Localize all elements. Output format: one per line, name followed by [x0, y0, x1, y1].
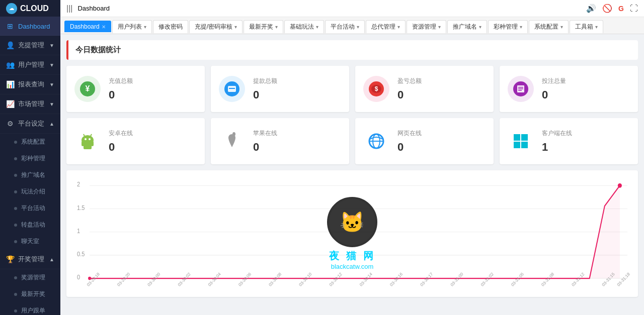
logo-text: CLOUD: [20, 4, 49, 13]
sidebar-item-label: 充提管理: [18, 41, 44, 50]
svg-text:03-30:06: 03-30:06: [237, 271, 252, 287]
section-title: 今日数据统计: [66, 40, 638, 60]
svg-rect-12: [518, 90, 522, 91]
svg-text:03-30:04: 03-30:04: [207, 271, 222, 287]
svg-text:0.5: 0.5: [77, 251, 85, 258]
stat-info-withdraw: 提款总额 0: [253, 77, 341, 101]
chevron-up-icon: ▲: [49, 121, 54, 127]
sidebar-sub-lottery-type[interactable]: 彩种管理: [0, 150, 60, 167]
sidebar-sub-latest-lottery[interactable]: 最新开奖: [0, 286, 60, 302]
sidebar-sub-system-config[interactable]: 系统配置: [0, 134, 60, 150]
stat-info-client: 客户端在线 1: [542, 129, 630, 154]
stat-info-android: 安卓在线 0: [109, 129, 197, 154]
tab-label: 用户列表: [118, 23, 142, 31]
svg-text:03-31:05: 03-31:05: [510, 271, 525, 287]
chevron-down-icon: ▾: [275, 24, 278, 30]
tab-label: 最新开奖: [249, 23, 273, 31]
sidebar-item-market[interactable]: 📈 市场管理 ▼: [0, 94, 60, 114]
sidebar-sub-label: 最新开奖: [21, 290, 45, 298]
tab-platform-activity[interactable]: 平台活动 ▾: [325, 20, 365, 33]
recharge-stat-icon: ¥: [74, 76, 101, 102]
chevron-icon: ▼: [49, 101, 54, 107]
chevron-down-icon: ▾: [560, 24, 563, 30]
stat-info-recharge: 充值总额 0: [109, 77, 197, 101]
stat-info-apple: 苹果在线 0: [253, 129, 341, 154]
google-icon[interactable]: G: [618, 5, 624, 13]
reports-icon: 📊: [6, 80, 14, 88]
main-content: ||| Dashboard 🔊 🚫 G ⛶ Dashboard ✕ 用户列表 ▾…: [60, 0, 644, 315]
svg-text:03-31:02: 03-31:02: [480, 271, 495, 287]
fullscreen-icon[interactable]: ⛶: [630, 4, 638, 13]
svg-rect-27: [521, 134, 528, 141]
svg-text:03-29:20: 03-29:20: [116, 271, 131, 287]
tab-promote-domain[interactable]: 推广域名 ▾: [447, 20, 487, 33]
tab-users[interactable]: 用户列表 ▾: [112, 20, 152, 33]
svg-line-21: [91, 134, 92, 136]
sidebar-sub-label: 用户跟单: [21, 306, 45, 315]
stat-label: 网页在线: [397, 129, 486, 138]
sidebar-item-dashboard[interactable]: ⊞ Dashboard: [0, 17, 60, 36]
tab-dashboard[interactable]: Dashboard ✕: [64, 21, 111, 32]
sidebar-sub-prize-source[interactable]: 奖源管理: [0, 269, 60, 286]
dot-icon: [14, 190, 17, 193]
sidebar-item-platform-settings[interactable]: ⚙ 平台设定 ▲: [0, 114, 60, 134]
tab-lottery-type-mgmt[interactable]: 彩种管理 ▾: [488, 20, 528, 33]
tab-agent-mgmt[interactable]: 总代管理 ▾: [366, 20, 406, 33]
forbidden-icon[interactable]: 🚫: [602, 4, 612, 13]
tab-system-config[interactable]: 系统配置 ▾: [529, 20, 569, 33]
logo-icon: ☁: [6, 3, 17, 14]
tab-close-icon[interactable]: ✕: [102, 24, 106, 30]
sidebar-item-label: Dashboard: [18, 23, 50, 30]
settings-icon: ⚙: [6, 120, 14, 128]
chevron-down-icon: ▾: [234, 24, 237, 30]
svg-text:03-30:10: 03-30:10: [298, 271, 312, 287]
online-card-web: 网页在线 0: [355, 118, 494, 164]
sidebar: ☁ CLOUD ⊞ Dashboard 👤 充提管理 ▼ 👥 用户管理 ▼ 📊 …: [0, 0, 60, 315]
chevron-down-icon: ▾: [316, 24, 318, 30]
tab-change-pwd[interactable]: 修改密码: [153, 20, 188, 33]
sidebar-sub-activities[interactable]: 平台活动: [0, 200, 60, 217]
stat-label: 充值总额: [109, 77, 197, 85]
sidebar-item-label: 平台设定: [18, 119, 44, 128]
svg-rect-29: [521, 142, 528, 148]
svg-text:03-30:08: 03-30:08: [268, 271, 282, 287]
sidebar-item-recharge[interactable]: 👤 充提管理 ▼: [0, 36, 60, 55]
svg-text:2: 2: [77, 181, 80, 188]
dot-icon: [14, 157, 17, 160]
sidebar-item-label: 用户管理: [18, 60, 44, 69]
dot-icon: [14, 174, 17, 177]
svg-rect-11: [518, 88, 523, 89]
sidebar-item-label: 报表查询: [18, 80, 44, 89]
chevron-down-icon: ▾: [144, 24, 146, 30]
section-title-text: 今日数据统计: [75, 45, 121, 55]
sidebar-sub-label: 玩法介绍: [21, 187, 45, 196]
stat-value: 0: [397, 141, 486, 154]
sidebar-sub-label: 平台活动: [21, 204, 45, 213]
sidebar-sub-gameplay[interactable]: 玩法介绍: [0, 183, 60, 200]
tab-label: 彩种管理: [494, 23, 518, 31]
withdraw-stat-icon: [219, 76, 245, 102]
tab-tools[interactable]: 工具箱 ▾: [570, 20, 603, 33]
bets-stat-icon: [508, 76, 534, 102]
stat-value: 1: [542, 141, 630, 154]
dot-icon: [14, 141, 17, 144]
sidebar-sub-user-follow[interactable]: 用户跟单: [0, 302, 60, 315]
sidebar-item-reports[interactable]: 📊 报表查询 ▼: [0, 75, 60, 94]
online-card-client: 客户端在线 1: [500, 118, 638, 164]
stat-card-recharge: ¥ 充值总额 0: [66, 66, 205, 112]
tab-audit[interactable]: 充提/密码审核 ▾: [189, 20, 243, 33]
sidebar-item-users[interactable]: 👥 用户管理 ▼: [0, 55, 60, 75]
tab-resource-mgmt[interactable]: 资源管理 ▾: [407, 20, 446, 33]
svg-point-15: [85, 138, 87, 140]
tab-latest-lottery[interactable]: 最新开奖 ▾: [244, 20, 283, 33]
svg-text:03-30:16: 03-30:16: [389, 271, 404, 287]
sidebar-sub-chat[interactable]: 聊天室: [0, 233, 60, 250]
sidebar-sub-domain[interactable]: 推广域名: [0, 167, 60, 183]
menu-icon[interactable]: |||: [66, 4, 72, 13]
sidebar-item-lottery-mgmt[interactable]: 🏆 开奖管理 ▲: [0, 250, 60, 269]
tab-gameplay[interactable]: 基础玩法 ▾: [284, 20, 324, 33]
chart-area: 2 1.5 1 0.5 0: [74, 178, 630, 289]
sidebar-sub-wheel[interactable]: 转盘活动: [0, 217, 60, 233]
volume-icon[interactable]: 🔊: [586, 4, 596, 13]
chevron-icon: ▼: [49, 82, 54, 87]
